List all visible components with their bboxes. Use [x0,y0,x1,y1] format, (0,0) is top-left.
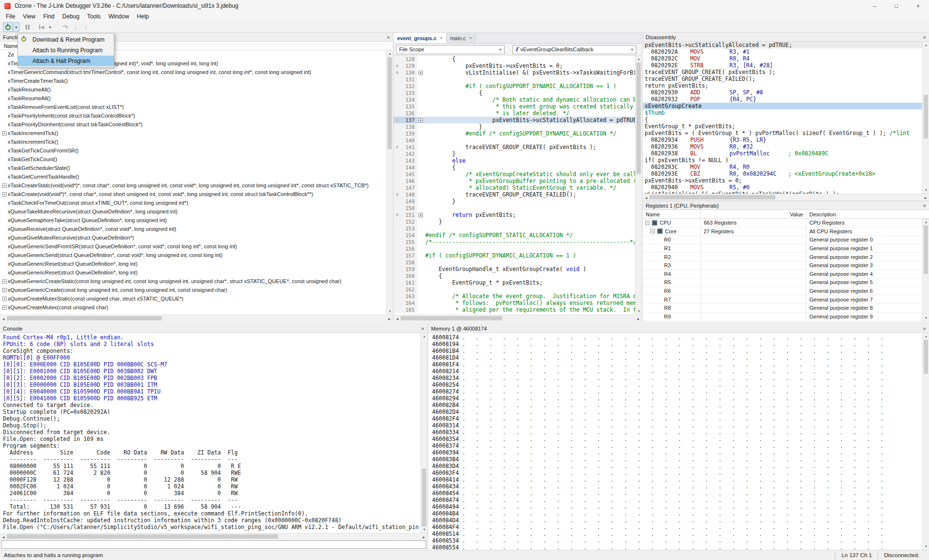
memory-row[interactable]: 460084F4. . . . . . . . . . . . . . . . … [428,524,922,530]
memory-row[interactable]: 46008214. . . . . . . . . . . . . . . . … [428,368,922,375]
breakpoint-gutter[interactable] [394,76,401,83]
disassembly-horizontal-scrollbar[interactable]: ◀▶ [643,194,929,200]
scrollbar-thumb[interactable] [7,534,278,539]
disassembly-instruction[interactable]: 08202934PUSH{R3-R5, LR} [643,136,922,143]
code-line[interactable]: 147 * allocated) StaticEventGroup_t vari… [394,184,635,191]
memory-panel-close-button[interactable]: × [923,326,926,332]
code-line[interactable]: 132 #if ( configSUPPORT_DYNAMIC_ALLOCATI… [394,83,635,90]
menu-debug[interactable]: Debug [58,12,83,22]
code-line[interactable]: 157#if ( configSUPPORT_DYNAMIC_ALLOCATIO… [394,252,635,259]
tab-close-icon[interactable]: × [440,35,443,41]
breakpoint-gutter[interactable] [394,69,401,76]
scroll-down-arrow[interactable]: ▼ [923,543,929,550]
code-line[interactable]: 165 * aligned per the requirements of th… [394,306,635,313]
tab-event_groups.c[interactable]: event_groups.c× [394,33,447,43]
function-list-item[interactable]: xQueueGiveMutexRecursive(struct QueueDef… [0,233,386,242]
memory-row[interactable]: 46008554. . . . . . . . . . . . . . . . … [428,544,922,550]
collapse-icon[interactable]: − [650,229,655,233]
breakpoint-gutter[interactable] [394,110,401,117]
memory-row[interactable]: 46008534. . . . . . . . . . . . . . . . … [428,537,922,544]
disassembly-src-line[interactable]: { [643,116,922,123]
console-panel-close-button[interactable]: × [421,326,424,332]
symbol-select[interactable]: f vEventGroupClearBitsCallback ▾ [512,45,636,54]
memory-row[interactable]: 460081D4. . . . . . . . . . . . . . . . … [428,354,922,361]
registers-value-column[interactable]: Value [701,210,806,218]
function-list-item[interactable]: +xTaskCreateStatic(void(void*)*, const c… [0,181,386,190]
disassembly-src-line[interactable]: pxEventBits->uxEventBits = 0; [643,177,922,184]
start-debug-button[interactable] [3,22,13,32]
tab-close-icon[interactable]: × [469,35,472,41]
expand-icon[interactable]: + [2,305,7,310]
function-list-item[interactable]: xTaskPriorityDisinherit(const struct tsk… [0,120,386,129]
breakpoint-gutter[interactable] [394,130,401,137]
function-list-item[interactable]: xTaskResumeAll() [0,85,386,94]
breakpoint-gutter[interactable] [394,117,401,123]
breakpoint-gutter[interactable] [394,252,401,259]
pause-button[interactable] [23,22,32,32]
registers-panel-close-button[interactable]: × [923,203,926,209]
code-line[interactable]: 156 [394,245,635,252]
disassembly-instruction[interactable]: 08202938BLpvPortMalloc; 0x0820489C [643,150,922,157]
memory-row[interactable]: 46008314. . . . . . . . . . . . . . . . … [428,422,922,429]
register-row[interactable]: R0General purpose register 0 [643,236,922,244]
breakpoint-gutter[interactable] [394,205,401,212]
breakpoint-gutter[interactable] [394,239,401,245]
memory-row[interactable]: 46008414. . . . . . . . . . . . . . . . … [428,476,922,483]
scrollbar-thumb[interactable] [924,340,928,374]
code-line[interactable]: 137+ pxEventBits->ucStaticallyAllocated … [394,117,635,123]
register-row[interactable]: R6General purpose register 6 [643,287,922,296]
memory-row[interactable]: 460081B4. . . . . . . . . . . . . . . . … [428,348,922,354]
disassembly-src-line[interactable]: EventGroup_t * pxEventBits; [643,123,922,130]
code-line[interactable]: 163 /* Allocate the event group. Justifi… [394,293,635,300]
memory-row[interactable]: 46008494. . . . . . . . . . . . . . . . … [428,503,922,510]
expand-icon[interactable]: + [2,279,7,284]
registers-description-column[interactable]: Description [806,210,929,218]
breakpoint-gutter[interactable] [394,171,401,178]
scrollbar-thumb[interactable] [422,469,426,527]
fold-expand-icon[interactable]: + [418,118,423,122]
breakpoint-gutter[interactable] [394,232,401,239]
breakpoint-gutter[interactable] [394,103,401,110]
memory-row[interactable]: 460081F4. . . . . . . . . . . . . . . . … [428,361,922,368]
function-list-item[interactable]: xQueueGenericSendFromISR(struct QueueDef… [0,242,386,251]
file-scope-select[interactable]: File Scope ▾ [396,45,505,54]
code-line[interactable]: 148 traceEVENT_GROUP_CREATE_FAILED(); [394,191,635,198]
functions-vertical-scrollbar[interactable]: ▲▼ [386,50,393,315]
scrollbar-thumb[interactable] [401,316,502,320]
console-vertical-scrollbar[interactable]: ▲▼ [420,333,427,533]
scroll-right-arrow[interactable]: ▶ [635,315,642,322]
code-line[interactable]: 158 [394,259,635,266]
scroll-left-arrow[interactable]: ◀ [0,533,7,540]
function-list-item[interactable]: xQueueGenericSend(struct QueueDefinition… [0,251,386,259]
memory-row[interactable]: 460082F4. . . . . . . . . . . . . . . . … [428,415,922,422]
memory-row[interactable]: 46008354. . . . . . . . . . . . . . . . … [428,436,922,442]
disassembly-src-line[interactable]: pxEventBits->ucStaticallyAllocated = pdT… [643,42,922,48]
code-line[interactable]: 130+ vListInitialise( &( pxEventBits->xT… [394,69,635,76]
disassembly-src-line[interactable]: pxEventBits = ( EventGroup_t * ) pvPortM… [643,130,922,136]
code-line[interactable]: 161 EventGroup_t * pxEventBits; [394,279,635,286]
code-line[interactable]: 144 { [394,164,635,171]
menu-item-download-reset-program[interactable]: Download & Reset Program [18,34,114,45]
function-list-item[interactable]: xQueueTakeMutexRecursive(struct QueueDef… [0,207,386,216]
register-row[interactable]: R9General purpose register 9 [643,313,922,321]
function-list-item[interactable]: xTimerCreateTimerTask() [0,76,386,85]
disassembly-meta-line[interactable]: $Thumb [643,109,922,116]
disassembly-src-line[interactable]: if( pxEventBits != NULL ) [643,157,922,164]
breakpoint-gutter[interactable] [394,184,401,191]
memory-row[interactable]: 46008254. . . . . . . . . . . . . . . . … [428,381,922,388]
breakpoint-gutter[interactable] [394,198,401,205]
memory-row[interactable]: 46008374. . . . . . . . . . . . . . . . … [428,442,922,449]
breakpoint-gutter[interactable] [394,225,401,232]
menu-view[interactable]: View [19,12,39,22]
scroll-left-arrow[interactable]: ◀ [643,194,650,201]
function-list-item[interactable]: xTaskPriorityInherit(const struct tskTas… [0,111,386,120]
disassembly-instruction[interactable]: 0820292ESTRBR3, [R4, #28] [643,62,922,69]
scroll-up-arrow[interactable]: ▲ [923,42,929,48]
console-horizontal-scrollbar[interactable]: ◀▶ [0,533,427,540]
expand-icon[interactable]: + [2,183,7,188]
code-line[interactable]: 139 #endif /* configSUPPORT_DYNAMIC_ALLO… [394,130,635,137]
code-line[interactable]: 159 EventGroupHandle_t xEventGroupCreate… [394,266,635,272]
expand-icon[interactable]: + [2,288,7,292]
disassembly-label-line[interactable]: xEventGroupCreate [643,103,922,109]
breakpoint-gutter[interactable] [394,300,401,306]
